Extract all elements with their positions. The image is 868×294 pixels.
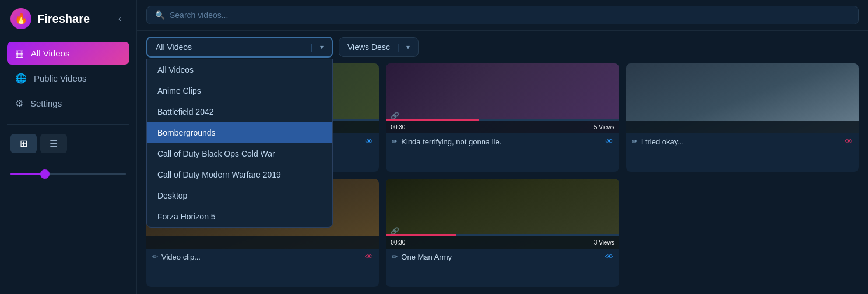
sort-separator: | bbox=[397, 42, 399, 52]
filter-current-value: All Videos bbox=[156, 42, 304, 52]
duration-badge: 00:30 bbox=[391, 239, 405, 246]
duration-badge: 00:30 bbox=[391, 124, 405, 130]
sort-label: Views Desc bbox=[347, 42, 390, 52]
video-title: Kinda terrifying, not gonna lie. bbox=[401, 137, 501, 146]
filter-row: All Videos | ▾ All Videos Anime Clips Ba… bbox=[137, 31, 868, 63]
gear-icon: ⚙ bbox=[15, 98, 23, 109]
views-badge: 3 Views bbox=[594, 239, 614, 246]
filter-separator: | bbox=[311, 42, 313, 52]
filter-dropdown-menu: All Videos Anime Clips Battlefield 2042 … bbox=[146, 59, 333, 228]
search-icon: 🔍 bbox=[155, 10, 165, 20]
grid-icon: ▦ bbox=[15, 48, 24, 59]
app-title: Fireshare bbox=[37, 12, 90, 26]
video-info: ✏ Video clip... 👁 bbox=[146, 249, 379, 265]
sidebar-item-settings-label: Settings bbox=[30, 98, 62, 108]
video-bottom-bar: 00:30 5 Views bbox=[386, 121, 619, 133]
sidebar-divider bbox=[7, 124, 129, 125]
view-toggle: ⊞ ☰ bbox=[0, 129, 136, 158]
video-title: Video clip... bbox=[161, 253, 201, 261]
video-bottom-bar bbox=[626, 121, 859, 133]
visibility-icon[interactable]: 👁 bbox=[605, 137, 613, 146]
dropdown-item-all-videos[interactable]: All Videos bbox=[147, 59, 332, 80]
sort-button[interactable]: Views Desc | ▾ bbox=[339, 37, 419, 57]
visibility-icon[interactable]: 👁 bbox=[365, 252, 373, 261]
search-box: 🔍 bbox=[146, 6, 859, 24]
collapse-sidebar-button[interactable]: ‹ bbox=[114, 11, 126, 26]
edit-icon: ✏ bbox=[152, 253, 158, 261]
sidebar-nav: ▦ All Videos 🌐 Public Videos ⚙ Settings bbox=[0, 37, 136, 119]
topbar: 🔍 bbox=[137, 0, 868, 31]
video-info: ✏ I tried okay... 👁 bbox=[626, 133, 859, 150]
video-card[interactable]: ✏ I tried okay... 👁 bbox=[626, 63, 859, 172]
visibility-icon[interactable]: 👁 bbox=[605, 252, 613, 261]
size-slider[interactable] bbox=[10, 173, 126, 175]
dropdown-item-desktop[interactable]: Desktop bbox=[147, 185, 332, 206]
video-bottom-bar: 00:30 3 Views bbox=[386, 236, 619, 249]
dropdown-item-forza-horizon-5[interactable]: Forza Horizon 5 bbox=[147, 206, 332, 227]
dropdown-item-battlefield-2042[interactable]: Battlefield 2042 bbox=[147, 101, 332, 122]
dropdown-item-anime-clips[interactable]: Anime Clips bbox=[147, 80, 332, 101]
video-thumbnail: 🔗 00:30 5 Views bbox=[386, 63, 619, 133]
video-card[interactable]: 🔗 00:30 3 Views ✏ One Man Army 👁 bbox=[386, 179, 619, 287]
dropdown-item-bombergrounds[interactable]: Bombergrounds bbox=[147, 122, 332, 143]
sidebar-item-public-videos[interactable]: 🌐 Public Videos bbox=[7, 67, 129, 90]
filter-dropdown-button[interactable]: All Videos | ▾ bbox=[146, 37, 333, 58]
edit-icon: ✏ bbox=[632, 137, 638, 146]
globe-icon: 🌐 bbox=[15, 73, 27, 84]
video-info: ✏ Kinda terrifying, not gonna lie. 👁 bbox=[386, 133, 619, 150]
sidebar-item-all-videos-label: All Videos bbox=[31, 48, 69, 58]
sidebar-item-settings[interactable]: ⚙ Settings bbox=[7, 92, 129, 115]
list-view-button[interactable]: ☰ bbox=[40, 134, 67, 153]
main-content: 🔍 All Videos | ▾ All Videos Anime Clips … bbox=[137, 0, 868, 294]
visibility-icon[interactable]: 👁 bbox=[845, 137, 853, 146]
video-title: One Man Army bbox=[401, 253, 452, 261]
dropdown-item-cod-mw2019[interactable]: Call of Duty Modern Warfare 2019 bbox=[147, 164, 332, 185]
views-badge: 5 Views bbox=[594, 124, 614, 130]
grid-view-button[interactable]: ⊞ bbox=[10, 134, 37, 153]
sort-chevron-down-icon: ▾ bbox=[406, 43, 410, 51]
video-thumbnail: 🔗 00:30 3 Views bbox=[386, 179, 619, 249]
video-card[interactable]: 🔗 00:30 5 Views ✏ Kinda terrifying, not … bbox=[386, 63, 619, 172]
filter-chevron-down-icon: ▾ bbox=[320, 43, 324, 51]
sidebar: 🔥 Fireshare ‹ ▦ All Videos 🌐 Public Vide… bbox=[0, 0, 137, 294]
fireshare-logo-icon: 🔥 bbox=[10, 8, 31, 29]
filter-dropdown: All Videos | ▾ All Videos Anime Clips Ba… bbox=[146, 37, 333, 58]
sidebar-logo: 🔥 Fireshare ‹ bbox=[0, 0, 136, 37]
video-thumbnail bbox=[626, 63, 859, 133]
dropdown-item-cod-bocw[interactable]: Call of Duty Black Ops Cold War bbox=[147, 143, 332, 164]
sidebar-item-all-videos[interactable]: ▦ All Videos bbox=[7, 42, 129, 65]
search-input[interactable] bbox=[170, 10, 850, 20]
edit-icon: ✏ bbox=[392, 253, 398, 261]
video-info: ✏ One Man Army 👁 bbox=[386, 249, 619, 265]
edit-icon: ✏ bbox=[392, 137, 398, 146]
size-slider-container bbox=[0, 160, 136, 185]
video-title: I tried okay... bbox=[641, 137, 684, 146]
sidebar-item-public-videos-label: Public Videos bbox=[34, 73, 87, 83]
visibility-icon[interactable]: 👁 bbox=[365, 137, 373, 146]
video-bottom-bar bbox=[146, 236, 379, 249]
